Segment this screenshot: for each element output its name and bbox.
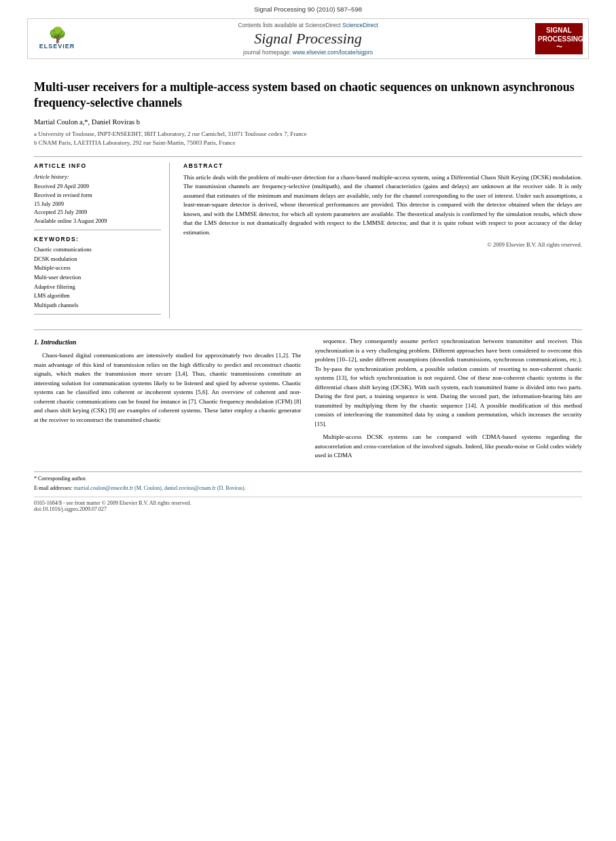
article-info-heading: ARTICLE INFO bbox=[34, 162, 161, 169]
affiliation-b: b CNAM Paris, LAETITIA Laboratory, 292 r… bbox=[34, 139, 582, 148]
received-revised-date: 15 July 2009 bbox=[34, 200, 161, 209]
footer-doi: doi:10.1016/j.sigpro.2009.07.027 bbox=[34, 506, 582, 512]
article-title: Multi-user receivers for a multiple-acce… bbox=[34, 79, 582, 111]
sp-wave-icon: 〜 bbox=[538, 43, 580, 52]
sp-badge-title: SIGNALPROCESSING bbox=[538, 26, 580, 43]
authors: Martial Coulon a,*, Daniel Roviras b bbox=[34, 118, 582, 126]
abstract-text: This article deals with the problem of m… bbox=[183, 173, 582, 238]
history-label: Article history: bbox=[34, 173, 161, 180]
page-header: Signal Processing 90 (2010) 587–598 bbox=[0, 0, 616, 16]
elsevier-logo: 🌳 ELSEVIER bbox=[33, 28, 81, 50]
divider-1 bbox=[34, 230, 161, 230]
keyword-3: Multiple-access bbox=[34, 264, 161, 273]
email-link-1[interactable]: martial.coulon@enseeiht.fr (M. Coulon), bbox=[74, 485, 163, 491]
keyword-4: Multi-user detection bbox=[34, 273, 161, 283]
intro-para-right-1: sequence. They consequently assume perfe… bbox=[315, 337, 583, 429]
section-title: 1. Introduction bbox=[34, 337, 302, 347]
affiliations: a University of Toulouse, INPT-ENSEEIHT,… bbox=[34, 130, 582, 148]
two-column-layout: 1. Introduction Chaos-based digital comm… bbox=[34, 337, 582, 465]
article-body: ARTICLE INFO Article history: Received 2… bbox=[34, 156, 582, 319]
elsevier-tree-icon: 🌳 bbox=[48, 28, 67, 43]
article-info-col: ARTICLE INFO Article history: Received 2… bbox=[34, 162, 170, 319]
col-right: sequence. They consequently assume perfe… bbox=[315, 337, 583, 465]
received-1: Received 29 April 2009 bbox=[34, 183, 161, 191]
col-left: 1. Introduction Chaos-based digital comm… bbox=[34, 337, 302, 465]
bottom-footer: 0165-1684/$ - see front matter © 2009 El… bbox=[34, 497, 582, 512]
footer-rights: 0165-1684/$ - see front matter © 2009 El… bbox=[34, 500, 582, 506]
keyword-7: Multipath channels bbox=[34, 301, 161, 310]
sciencedirect-link[interactable]: ScienceDirect bbox=[342, 22, 378, 29]
keyword-6: LMS algorithm bbox=[34, 291, 161, 301]
received-revised: Received in revised form bbox=[34, 192, 161, 200]
footnote-email: E-mail addresses: martial.coulon@enseeih… bbox=[34, 484, 582, 493]
homepage-line: journal homepage: www.elsevier.com/locat… bbox=[81, 49, 535, 56]
keyword-2: DCSK modulation bbox=[34, 255, 161, 264]
keywords-heading: Keywords: bbox=[34, 236, 161, 243]
contents-line: Contents lists available at ScienceDirec… bbox=[81, 22, 535, 29]
abstract-col: ABSTRACT This article deals with the pro… bbox=[183, 162, 582, 319]
journal-title-banner: Signal Processing bbox=[81, 30, 535, 48]
email-link-2[interactable]: daniel.roviras@cnam.fr (D. Roviras). bbox=[164, 485, 246, 491]
elsevier-label: ELSEVIER bbox=[39, 43, 75, 50]
homepage-url[interactable]: www.elsevier.com/locate/sigpro bbox=[293, 49, 373, 56]
journal-ref: Signal Processing 90 (2010) 587–598 bbox=[254, 5, 362, 13]
available-online: Available online 3 August 2009 bbox=[34, 217, 161, 226]
abstract-heading: ABSTRACT bbox=[183, 162, 582, 169]
intro-para-right-2: Multiple-access DCSK systems can be comp… bbox=[315, 433, 583, 461]
intro-para-left: Chaos-based digital communications are i… bbox=[34, 351, 302, 425]
journal-banner: 🌳 ELSEVIER Contents lists available at S… bbox=[27, 18, 589, 59]
main-content: Multi-user receivers for a multiple-acce… bbox=[0, 62, 616, 519]
divider-2 bbox=[34, 314, 161, 315]
banner-center: Contents lists available at ScienceDirec… bbox=[81, 22, 535, 56]
footnote-corresponding: * Corresponding author. bbox=[34, 475, 582, 483]
affiliation-a: a University of Toulouse, INPT-ENSEEIHT,… bbox=[34, 130, 582, 139]
keywords-section: Keywords: Chaotic communications DCSK mo… bbox=[34, 236, 161, 310]
keyword-5: Adaptive filtering bbox=[34, 283, 161, 292]
footnote-area: * Corresponding author. E-mail addresses… bbox=[34, 471, 582, 493]
accepted: Accepted 25 July 2009 bbox=[34, 209, 161, 217]
copyright-line: © 2009 Elsevier B.V. All rights reserved… bbox=[183, 241, 582, 248]
signal-processing-badge: SIGNALPROCESSING 〜 bbox=[535, 23, 583, 54]
keyword-1: Chaotic communications bbox=[34, 245, 161, 255]
main-text-section: 1. Introduction Chaos-based digital comm… bbox=[34, 329, 582, 512]
